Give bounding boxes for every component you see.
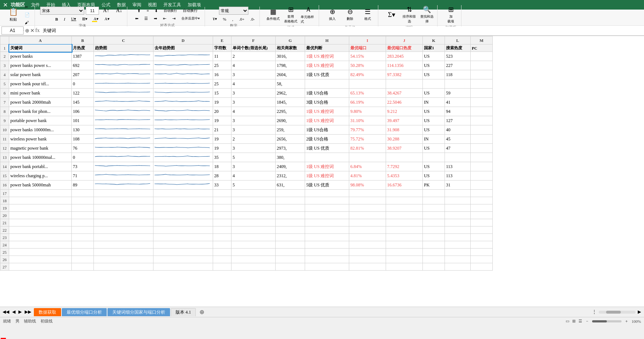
cell-r3-c12[interactable]	[471, 61, 493, 70]
horizontal-scrollbar[interactable]	[599, 311, 636, 314]
cell-r6-c11[interactable]: 59	[445, 89, 471, 98]
cell-r8-c0[interactable]: power bank for phon...	[9, 107, 72, 116]
cell-r6-c7[interactable]: 1级 US合格	[305, 89, 349, 98]
cell-r4-c4[interactable]: 16	[213, 70, 231, 79]
cell-r6-c1[interactable]: 122	[72, 89, 94, 98]
cell-r2-c3[interactable]	[153, 52, 213, 61]
cell-r8-c8[interactable]: 9.80%	[349, 107, 386, 116]
cell-r1-c0[interactable]: 关键词	[9, 44, 72, 52]
cell-r10-c3[interactable]	[153, 125, 213, 135]
cell-r26-c11[interactable]	[445, 256, 471, 263]
col-header-a[interactable]: A	[9, 36, 72, 44]
cell-r17-c0[interactable]	[9, 190, 72, 197]
cell-r23-c1[interactable]	[72, 234, 94, 241]
cell-r19-c1[interactable]	[72, 204, 94, 212]
cell-r23-c4[interactable]	[213, 234, 231, 241]
cell-r20-c4[interactable]	[213, 212, 231, 219]
cell-r11-c1[interactable]: 108	[72, 135, 94, 144]
sheet-tab-keyword-analysis[interactable]: 关键词细分国家与端口分析	[107, 308, 170, 316]
cell-r23-c7[interactable]	[305, 234, 349, 241]
cell-r2-c0[interactable]: power banks	[9, 52, 72, 61]
cell-r17-c9[interactable]	[386, 190, 423, 197]
cell-r13-c8[interactable]	[349, 153, 386, 162]
cell-r2-c7[interactable]: 1级 US 难控词	[305, 52, 349, 61]
align-center-button[interactable]: ☰	[142, 15, 151, 22]
cell-r23-c8[interactable]	[349, 234, 386, 241]
cell-r8-c10[interactable]: US	[423, 107, 445, 116]
cell-r10-c1[interactable]: 130	[72, 125, 94, 135]
cell-r18-c12[interactable]	[471, 197, 493, 204]
merge-center-button[interactable]: 合并后居中▾	[179, 15, 202, 22]
cell-r26-c12[interactable]	[471, 256, 493, 263]
fill-color-button[interactable]: A▾	[91, 15, 101, 22]
cell-r7-c12[interactable]	[471, 98, 493, 107]
cell-r24-c12[interactable]	[471, 241, 493, 249]
cell-r10-c7[interactable]: 1级 US合格	[305, 125, 349, 135]
cell-r23-c5[interactable]	[231, 234, 276, 241]
col-header-e[interactable]: E	[213, 36, 231, 44]
cell-r1-c4[interactable]: 字符数	[213, 44, 231, 52]
cell-r15-c5[interactable]: 4	[231, 171, 276, 181]
cell-r2-c10[interactable]: US	[423, 52, 445, 61]
cell-r7-c3[interactable]	[153, 98, 213, 107]
cell-r6-c9[interactable]: 38.4267	[386, 89, 423, 98]
cell-r7-c6[interactable]: 1845,	[276, 98, 305, 107]
cell-r25-c0[interactable]	[9, 249, 72, 256]
cell-r22-c0[interactable]	[9, 226, 72, 234]
cell-r27-c9[interactable]	[386, 263, 423, 271]
cell-r10-c12[interactable]	[471, 125, 493, 135]
cell-r3-c3[interactable]	[153, 61, 213, 70]
cell-r10-c6[interactable]: 259,	[276, 125, 305, 135]
cell-r9-c12[interactable]	[471, 116, 493, 125]
cell-r21-c6[interactable]	[276, 219, 305, 226]
cell-r9-c9[interactable]: 39.497	[386, 116, 423, 125]
decrease-decimal-btn[interactable]: .0-	[248, 16, 257, 22]
cell-r4-c12[interactable]	[471, 70, 493, 79]
align-left-button[interactable]: ⬅	[132, 15, 141, 22]
cell-r11-c7[interactable]: 2级 US合格	[305, 135, 349, 144]
auto-wrap-btn[interactable]: 自动换行	[180, 7, 200, 14]
cell-r12-c5[interactable]: 3	[231, 144, 276, 153]
cell-r25-c4[interactable]	[213, 249, 231, 256]
view-normal-icon[interactable]: ▭	[566, 319, 569, 324]
cell-r21-c4[interactable]	[213, 219, 231, 226]
cell-r1-c6[interactable]: 相关商家数	[276, 44, 305, 52]
tab-first-icon[interactable]: ◀◀	[1, 309, 10, 315]
cell-r20-c10[interactable]	[423, 212, 445, 219]
cell-r20-c3[interactable]	[153, 212, 213, 219]
cell-r25-c9[interactable]	[386, 249, 423, 256]
cell-r21-c7[interactable]	[305, 219, 349, 226]
cell-r4-c6[interactable]: 2604,	[276, 70, 305, 79]
cell-r10-c5[interactable]: 3	[231, 125, 276, 135]
cell-r24-c8[interactable]	[349, 241, 386, 249]
cell-r9-c7[interactable]: 1级 US 难控词	[305, 116, 349, 125]
conditional-format-button[interactable]: ▦ 条件格式	[265, 5, 281, 24]
cell-r27-c1[interactable]	[72, 263, 94, 271]
cell-r9-c10[interactable]: US	[423, 116, 445, 125]
cell-style-button[interactable]: Ａ 单元格样式	[300, 5, 316, 24]
cell-r16-c3[interactable]	[153, 181, 213, 190]
cell-r15-c8[interactable]: 4.81%	[349, 171, 386, 181]
cell-r7-c10[interactable]: IN	[423, 98, 445, 107]
sheet-tab-port-analysis[interactable]: 最优细分端口分析	[62, 308, 107, 316]
col-header-j[interactable]: J	[386, 36, 423, 44]
cell-r26-c10[interactable]	[423, 256, 445, 263]
insert-button[interactable]: ⊕ 插入	[324, 5, 340, 24]
cell-r23-c11[interactable]	[445, 234, 471, 241]
cell-r19-c3[interactable]	[153, 204, 213, 212]
cell-r17-c2[interactable]	[94, 190, 153, 197]
cell-r25-c12[interactable]	[471, 249, 493, 256]
cell-r19-c11[interactable]	[445, 204, 471, 212]
cell-r13-c10[interactable]	[423, 153, 445, 162]
cell-r9-c4[interactable]: 19	[213, 116, 231, 125]
cell-r19-c6[interactable]	[276, 204, 305, 212]
copy-button[interactable]: 📄	[22, 11, 32, 18]
cell-r7-c7[interactable]: 3级 US合格	[305, 98, 349, 107]
cell-r17-c11[interactable]	[445, 190, 471, 197]
cell-r22-c2[interactable]	[94, 226, 153, 234]
cell-r19-c2[interactable]	[94, 204, 153, 212]
cell-r22-c4[interactable]	[213, 226, 231, 234]
cell-r22-c10[interactable]	[423, 226, 445, 234]
cell-r13-c6[interactable]: 380,	[276, 153, 305, 162]
font-color-button[interactable]: A▾	[102, 15, 112, 22]
